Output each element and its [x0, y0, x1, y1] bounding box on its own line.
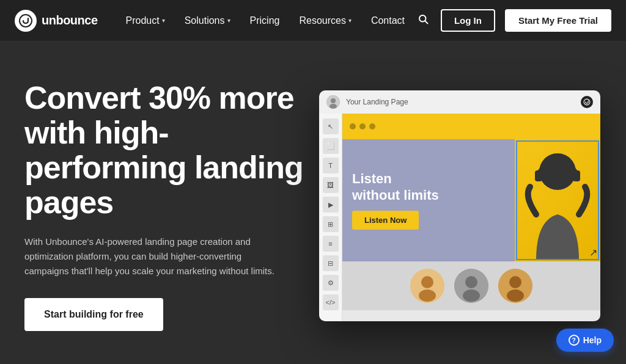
nav-links: Product ▾ Solutions ▾ Pricing Resources … [117, 10, 415, 31]
solutions-chevron-icon: ▾ [227, 17, 230, 24]
thumb-2 [454, 269, 488, 303]
svg-point-5 [330, 104, 337, 109]
canvas-main-area: Listen without limits Listen Now [342, 139, 600, 261]
canvas-top-bar [342, 114, 600, 139]
nav-solutions[interactable]: Solutions ▾ [176, 10, 239, 31]
tool-section: ⊟ [323, 255, 339, 271]
search-icon[interactable] [415, 11, 431, 30]
hero-subtitle: With Unbounce's AI-powered landing page … [24, 235, 281, 278]
svg-point-15 [463, 289, 480, 302]
nav-contact[interactable]: Contact [363, 10, 413, 31]
tool-widget: ⊞ [323, 216, 339, 232]
canvas-text-area: Listen without limits Listen Now [342, 139, 515, 261]
nav-pricing[interactable]: Pricing [241, 10, 289, 31]
editor-canvas: Listen without limits Listen Now [342, 114, 600, 321]
tool-cursor: ↖ [323, 118, 339, 134]
help-button[interactable]: ? Help [556, 329, 614, 352]
browser-mockup: Your Landing Page ↖ ⬜ T 🖼 ▶ ⊞ [319, 90, 600, 321]
svg-rect-8 [535, 170, 542, 181]
svg-point-4 [331, 98, 336, 103]
canvas-dot-2 [359, 123, 366, 129]
product-chevron-icon: ▾ [162, 17, 165, 24]
person-svg [518, 141, 597, 260]
svg-point-0 [20, 15, 32, 27]
canvas-dot-3 [369, 123, 375, 129]
hero-left: Convert 30% more with high-performing la… [24, 81, 318, 332]
hero-title: Convert 30% more with high-performing la… [24, 81, 306, 220]
browser-favicon [326, 95, 340, 109]
canvas-headline: Listen without limits [352, 171, 505, 203]
thumb-1 [410, 269, 444, 303]
tool-image: ⬜ [323, 138, 339, 154]
brand-name: unbounce [42, 13, 98, 27]
thumb-3 [498, 269, 532, 303]
canvas-bottom-row [342, 261, 600, 310]
browser-brand-icon [581, 96, 593, 108]
cursor-icon: ↗ [589, 247, 597, 258]
svg-point-12 [419, 289, 436, 302]
hero-section: Convert 30% more with high-performing la… [0, 42, 626, 364]
person-placeholder [515, 139, 600, 261]
svg-point-18 [507, 289, 524, 302]
navigation: unbounce Product ▾ Solutions ▾ Pricing R… [0, 0, 626, 42]
trial-button[interactable]: Start My Free Trial [505, 9, 611, 32]
svg-point-17 [509, 276, 521, 288]
svg-point-11 [421, 276, 433, 288]
browser-url-text: Your Landing Page [346, 98, 408, 106]
hero-right: Your Landing Page ↖ ⬜ T 🖼 ▶ ⊞ [318, 90, 602, 321]
tool-photo: 🖼 [323, 177, 339, 193]
editor-body: ↖ ⬜ T 🖼 ▶ ⊞ ≡ ⊟ ⚙ </> [319, 114, 600, 321]
editor-sidebar: ↖ ⬜ T 🖼 ▶ ⊞ ≡ ⊟ ⚙ </> [319, 114, 342, 321]
svg-point-6 [584, 99, 590, 105]
canvas-image-area: ↗ [515, 139, 600, 261]
tool-code: </> [323, 294, 339, 310]
logo-icon [15, 10, 37, 32]
nav-resources[interactable]: Resources ▾ [290, 10, 359, 31]
tool-video: ▶ [323, 197, 339, 213]
resources-chevron-icon: ▾ [348, 17, 352, 24]
tool-text: T [323, 158, 339, 173]
logo[interactable]: unbounce [15, 10, 98, 32]
svg-rect-9 [573, 170, 580, 181]
cta-button[interactable]: Start building for free [24, 298, 163, 331]
help-icon: ? [569, 335, 580, 346]
login-button[interactable]: Log In [441, 9, 495, 32]
tool-form: ≡ [323, 236, 339, 252]
svg-point-14 [465, 276, 477, 288]
tool-settings: ⚙ [323, 275, 339, 291]
canvas-dot-1 [350, 123, 356, 129]
svg-line-2 [425, 21, 427, 23]
nav-product[interactable]: Product ▾ [117, 10, 174, 31]
browser-bar: Your Landing Page [319, 90, 600, 114]
canvas-cta-button[interactable]: Listen Now [352, 211, 419, 230]
nav-actions: Log In Start My Free Trial [415, 9, 611, 32]
